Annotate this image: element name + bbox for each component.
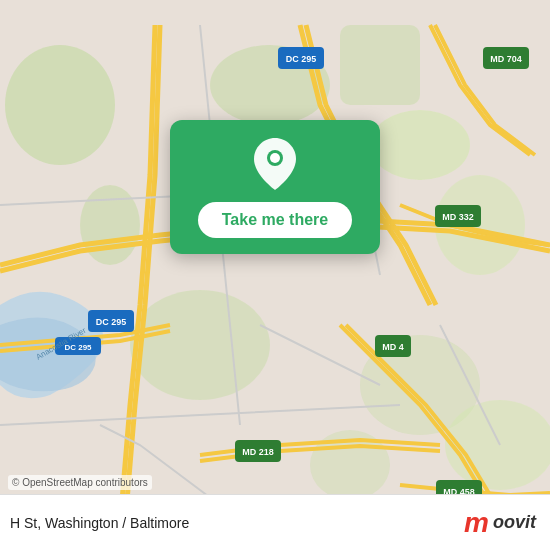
popup-card: Take me there — [170, 120, 380, 254]
svg-point-2 — [80, 185, 140, 265]
location-pin-icon — [249, 138, 301, 190]
svg-point-9 — [445, 400, 550, 490]
take-me-there-button[interactable]: Take me there — [198, 202, 352, 238]
map-container: DC 295 DC 295 DC 295 MD 704 MD 332 MD 21… — [0, 0, 550, 550]
location-label: H St, Washington / Baltimore — [10, 515, 189, 531]
svg-text:DC 295: DC 295 — [96, 317, 127, 327]
svg-text:MD 704: MD 704 — [490, 54, 522, 64]
svg-point-1 — [5, 45, 115, 165]
moovit-m-letter: m — [464, 509, 489, 537]
svg-text:DC 295: DC 295 — [286, 54, 317, 64]
svg-point-29 — [270, 153, 280, 163]
copyright-text: © OpenStreetMap contributors — [8, 475, 152, 490]
svg-point-5 — [370, 110, 470, 180]
map-svg: DC 295 DC 295 DC 295 MD 704 MD 332 MD 21… — [0, 0, 550, 550]
svg-point-7 — [130, 290, 270, 400]
moovit-logo: m oovit — [464, 509, 536, 537]
svg-text:MD 4: MD 4 — [382, 342, 404, 352]
svg-text:MD 218: MD 218 — [242, 447, 274, 457]
svg-rect-4 — [340, 25, 420, 105]
svg-text:MD 332: MD 332 — [442, 212, 474, 222]
moovit-rest-text: oovit — [493, 512, 536, 533]
bottom-bar: H St, Washington / Baltimore m oovit — [0, 494, 550, 550]
